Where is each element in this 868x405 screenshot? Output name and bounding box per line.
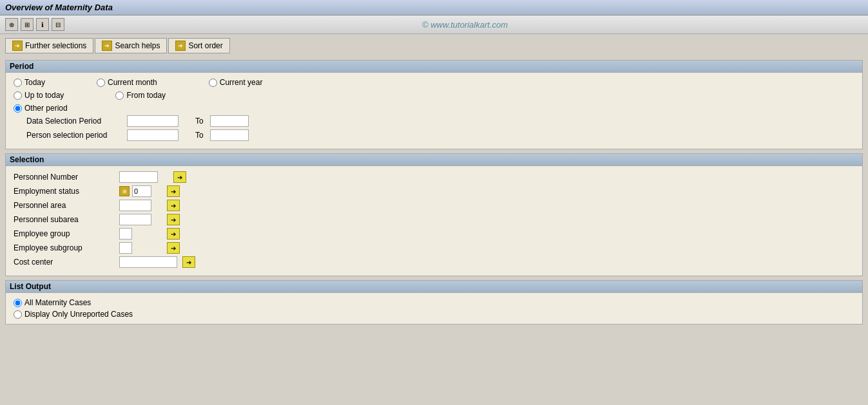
radio-up-to-today-input[interactable] (14, 91, 22, 100)
selection-section-body: Personnel Number ➔ Employment status ⊞ ➔… (6, 166, 862, 276)
personnel-subarea-arrow-btn[interactable]: ➔ (167, 214, 180, 225)
title-bar: Overview of Maternity Data (0, 0, 868, 15)
radio-from-today-label: From today (126, 91, 166, 100)
personnel-subarea-row: Personnel subarea ➔ (14, 214, 854, 225)
personnel-subarea-label: Personnel subarea (14, 215, 117, 224)
person-selection-period-from-input[interactable] (127, 129, 178, 141)
data-selection-period-to-label: To (195, 117, 204, 126)
radio-today: Today (14, 78, 45, 87)
personnel-area-label: Personnel area (14, 201, 117, 210)
data-selection-period-to-input[interactable] (210, 115, 249, 127)
watermark: © www.tutorialkart.com (67, 20, 863, 30)
employee-group-arrow-btn[interactable]: ➔ (167, 228, 180, 240)
employee-subgroup-row: Employee subgroup ➔ (14, 242, 854, 254)
employee-group-input[interactable] (119, 228, 132, 240)
cost-center-arrow-btn[interactable]: ➔ (182, 256, 195, 268)
employee-group-label: Employee group (14, 229, 117, 238)
tabs-bar: ➔ Further selections ➔ Search helps ➔ So… (0, 34, 868, 57)
tab-further-selections[interactable]: ➔ Further selections (5, 38, 93, 53)
period-row-1: Today Current month Current year (14, 78, 854, 87)
radio-current-year-input[interactable] (209, 79, 217, 87)
selection-section-header: Selection (6, 154, 862, 166)
employee-subgroup-label: Employee subgroup (14, 243, 117, 252)
toolbar-icon-2[interactable]: ⊞ (21, 18, 34, 31)
data-selection-period-label: Data Selection Period (26, 117, 123, 126)
employment-status-picker-btn[interactable]: ⊞ (119, 186, 130, 196)
display-only-unreported-label: Display Only Unreported Cases (24, 310, 133, 319)
period-row-2: Up to today From today (14, 91, 854, 100)
selection-section: Selection Personnel Number ➔ Employment … (5, 153, 863, 276)
employee-subgroup-input[interactable] (119, 242, 132, 254)
employee-group-row: Employee group ➔ (14, 228, 854, 240)
radio-today-label: Today (24, 78, 45, 87)
cost-center-label: Cost center (14, 258, 117, 267)
page-title: Overview of Maternity Data (5, 3, 113, 12)
list-output-section: List Output All Maternity Cases Display … (5, 280, 863, 325)
radio-current-month-label: Current month (108, 78, 157, 87)
period-section-header: Period (6, 61, 862, 73)
cost-center-input[interactable] (119, 256, 177, 268)
employment-status-row: Employment status ⊞ ➔ (14, 185, 854, 197)
radio-other-period: Other period (14, 104, 68, 113)
personnel-number-arrow-btn[interactable]: ➔ (173, 171, 186, 183)
personnel-number-row: Personnel Number ➔ (14, 171, 854, 183)
main-content: Period Today Current month Current year (0, 57, 868, 331)
tab-sort-order-arrow-icon: ➔ (175, 41, 186, 51)
radio-current-year: Current year (209, 78, 263, 87)
period-section-body: Today Current month Current year Up to t… (6, 73, 862, 149)
personnel-area-arrow-btn[interactable]: ➔ (167, 200, 180, 211)
employment-status-label: Employment status (14, 187, 117, 196)
toolbar-icon-3[interactable]: ℹ (36, 18, 49, 31)
data-selection-period-from-input[interactable] (127, 115, 178, 127)
radio-other-period-input[interactable] (14, 104, 22, 113)
tab-sort-order-label: Sort order (188, 41, 222, 50)
list-output-section-header: List Output (6, 281, 862, 293)
radio-current-year-label: Current year (220, 78, 263, 87)
radio-from-today: From today (115, 91, 166, 100)
employment-status-input[interactable] (132, 185, 151, 197)
tab-search-helps[interactable]: ➔ Search helps (95, 38, 167, 53)
display-only-unreported-radio[interactable] (14, 310, 22, 319)
employee-subgroup-arrow-btn[interactable]: ➔ (167, 242, 180, 254)
all-maternity-cases-radio[interactable] (14, 299, 22, 307)
radio-current-month-input[interactable] (97, 79, 105, 87)
tab-further-selections-label: Further selections (25, 41, 86, 50)
tab-further-selections-arrow-icon: ➔ (12, 41, 23, 51)
person-selection-period-to-input[interactable] (210, 129, 249, 141)
radio-current-month: Current month (97, 78, 157, 87)
list-output-section-body: All Maternity Cases Display Only Unrepor… (6, 293, 862, 324)
employment-status-arrow-btn[interactable]: ➔ (167, 185, 180, 197)
cost-center-row: Cost center ➔ (14, 256, 854, 268)
personnel-area-row: Personnel area ➔ (14, 200, 854, 211)
display-only-unreported-row: Display Only Unreported Cases (14, 310, 854, 319)
toolbar-icon-4[interactable]: ⊟ (52, 18, 64, 31)
radio-from-today-input[interactable] (115, 91, 124, 100)
data-selection-period-row: Data Selection Period To (26, 115, 854, 127)
tab-sort-order[interactable]: ➔ Sort order (168, 38, 229, 53)
personnel-area-input[interactable] (119, 200, 151, 211)
person-selection-period-label: Person selection period (26, 131, 123, 140)
radio-up-to-today: Up to today (14, 91, 64, 100)
personnel-subarea-input[interactable] (119, 214, 151, 225)
all-maternity-cases-label: All Maternity Cases (24, 298, 91, 307)
period-section: Period Today Current month Current year (5, 60, 863, 149)
radio-today-input[interactable] (14, 79, 22, 87)
tab-search-helps-label: Search helps (115, 41, 160, 50)
all-maternity-cases-row: All Maternity Cases (14, 298, 854, 307)
radio-up-to-today-label: Up to today (24, 91, 64, 100)
toolbar: ⊕ ⊞ ℹ ⊟ © www.tutorialkart.com (0, 15, 868, 34)
tab-search-helps-arrow-icon: ➔ (102, 41, 112, 51)
personnel-number-input[interactable] (119, 171, 158, 183)
personnel-number-label: Personnel Number (14, 173, 117, 182)
person-selection-period-to-label: To (195, 131, 204, 140)
radio-other-period-label: Other period (24, 104, 68, 113)
person-selection-period-row: Person selection period To (26, 129, 854, 141)
toolbar-icon-1[interactable]: ⊕ (5, 18, 18, 31)
period-row-3: Other period (14, 104, 854, 113)
